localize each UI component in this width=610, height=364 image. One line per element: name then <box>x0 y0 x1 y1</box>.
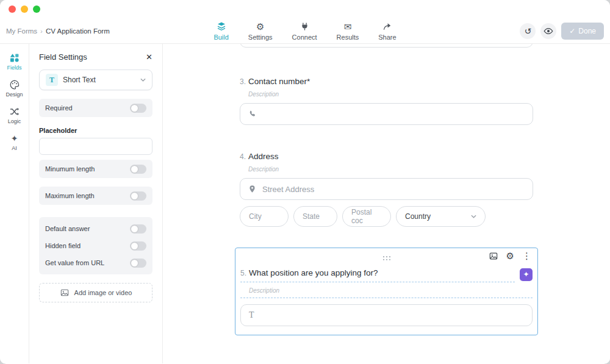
ai-assist-button[interactable]: ✦ <box>520 268 533 281</box>
required-label: Required <box>45 104 73 112</box>
previous-field-input-partial[interactable] <box>240 44 533 48</box>
form-canvas: 3. Contact number* Description 4. Addres… <box>163 44 610 363</box>
tab-results[interactable]: ✉ Results <box>333 21 363 41</box>
field-title: 4. Address <box>240 152 533 161</box>
min-length-label: Minumum length <box>45 165 95 173</box>
rail-item-logic-label: Logic <box>8 118 21 124</box>
rail-item-logic[interactable]: Logic <box>0 102 29 129</box>
gear-icon: ⚙ <box>506 251 514 260</box>
field-number: 3. <box>240 77 248 86</box>
country-select[interactable]: Country <box>396 206 486 227</box>
hidden-field-row[interactable]: Hidden field <box>45 239 146 252</box>
sparkle-icon: ✦ <box>523 271 529 278</box>
tab-build-label: Build <box>214 34 228 41</box>
history-button[interactable]: ↺ <box>520 23 536 39</box>
placeholder-label: Placeholder <box>39 127 152 134</box>
address-sub-fields: City State Postal coc Country <box>240 206 533 227</box>
nav-tabs: Build ⚙ Settings Connect ✉ Results Sha <box>210 21 400 41</box>
field-number: 4. <box>240 152 248 161</box>
tab-build[interactable]: Build <box>210 21 232 41</box>
city-placeholder: City <box>249 212 262 221</box>
required-toggle-row[interactable]: Required <box>39 99 152 117</box>
preview-button[interactable] <box>540 23 556 39</box>
url-value-label: Get value from URL <box>45 259 104 266</box>
field-description: Description <box>248 166 533 173</box>
field-position-selected[interactable]: ⚙ ⋮ 5. What position are you applying fo… <box>235 248 538 335</box>
tab-connect[interactable]: Connect <box>289 21 321 41</box>
field-properties-button[interactable]: ⚙ <box>506 251 514 260</box>
minimize-window-button[interactable] <box>21 5 28 13</box>
add-media-label: Add image or video <box>74 289 132 296</box>
rail-item-design[interactable]: Design <box>0 76 29 102</box>
placeholder-input[interactable] <box>39 138 152 155</box>
url-value-row[interactable]: Get value from URL <box>45 256 146 269</box>
tab-share[interactable]: Share <box>375 21 400 41</box>
field-label: Address <box>248 152 279 161</box>
phone-icon <box>248 110 257 118</box>
layers-icon <box>217 21 226 32</box>
field-type-value: Short Text <box>63 76 135 84</box>
tab-settings-label: Settings <box>248 34 273 41</box>
max-length-label: Maximum length <box>45 192 95 199</box>
kebab-menu-icon: ⋮ <box>522 251 531 260</box>
eye-icon <box>544 26 553 36</box>
field-contact-number[interactable]: 3. Contact number* Description <box>235 77 538 125</box>
window-chrome <box>0 0 610 18</box>
share-arrow-icon <box>382 21 392 32</box>
default-answer-toggle[interactable] <box>130 224 146 234</box>
field-image-button[interactable] <box>489 252 498 260</box>
field-settings-panel: Field Settings ✕ T Short Text Required P… <box>29 44 163 363</box>
country-value: Country <box>405 212 431 221</box>
app-window: My Forms › CV Application Form Build ⚙ S… <box>0 0 610 364</box>
phone-input[interactable] <box>240 103 533 125</box>
hidden-field-toggle[interactable] <box>130 241 146 251</box>
breadcrumb-separator: › <box>40 27 43 35</box>
rail-item-design-label: Design <box>5 91 23 98</box>
done-button[interactable]: ✓ Done <box>561 23 604 40</box>
field-label: Contact number* <box>248 77 310 86</box>
street-address-input[interactable]: Street Address <box>240 178 533 200</box>
postal-code-input[interactable]: Postal coc <box>342 206 391 227</box>
rail-item-ai[interactable]: ✦ AI <box>0 129 29 156</box>
tab-settings[interactable]: ⚙ Settings <box>245 21 276 41</box>
max-length-toggle-row[interactable]: Maximum length <box>39 187 152 205</box>
add-media-button[interactable]: Add image or video <box>39 283 152 302</box>
short-text-answer-input[interactable]: T <box>240 304 533 326</box>
selected-field-toolbar: ⚙ ⋮ <box>240 251 533 265</box>
min-length-toggle[interactable] <box>130 165 146 174</box>
postal-placeholder: Postal coc <box>351 208 382 225</box>
editable-description[interactable]: Description <box>240 286 533 298</box>
gear-icon: ⚙ <box>256 21 264 32</box>
max-length-toggle[interactable] <box>130 191 146 201</box>
selected-title-row: 5. What position are you applying for? ✦ <box>240 266 533 282</box>
tab-connect-label: Connect <box>292 34 317 41</box>
field-label: What position are you applying for? <box>249 268 378 277</box>
field-type-dropdown[interactable]: T Short Text <box>39 70 152 90</box>
check-icon: ✓ <box>569 27 575 35</box>
chevron-down-icon <box>471 215 476 218</box>
envelope-icon: ✉ <box>344 21 352 32</box>
field-more-menu-button[interactable]: ⋮ <box>522 251 531 260</box>
short-text-icon: T <box>46 74 58 86</box>
breadcrumb-my-forms[interactable]: My Forms <box>6 27 37 35</box>
close-panel-button[interactable]: ✕ <box>146 52 152 62</box>
tab-results-label: Results <box>337 34 359 41</box>
advanced-toggle-group: Default answer Hidden field Get value fr… <box>39 217 152 274</box>
editable-question-title[interactable]: 5. What position are you applying for? <box>240 266 515 282</box>
text-type-icon: T <box>249 310 254 320</box>
state-input[interactable]: State <box>293 206 337 227</box>
required-toggle[interactable] <box>130 104 146 113</box>
image-icon <box>489 252 498 260</box>
min-length-toggle-row[interactable]: Minumum length <box>39 160 152 178</box>
zoom-window-button[interactable] <box>33 5 40 13</box>
default-answer-row[interactable]: Default answer <box>45 222 146 235</box>
rail-item-fields[interactable]: Fields <box>0 49 29 76</box>
panel-title: Field Settings <box>39 52 87 62</box>
palette-icon <box>10 80 20 90</box>
url-value-toggle[interactable] <box>130 259 146 268</box>
field-address[interactable]: 4. Address Description Street Address Ci… <box>235 152 538 227</box>
city-input[interactable]: City <box>240 206 289 227</box>
location-pin-icon <box>248 185 256 193</box>
drag-handle-icon[interactable] <box>382 255 391 261</box>
close-window-button[interactable] <box>9 5 16 13</box>
